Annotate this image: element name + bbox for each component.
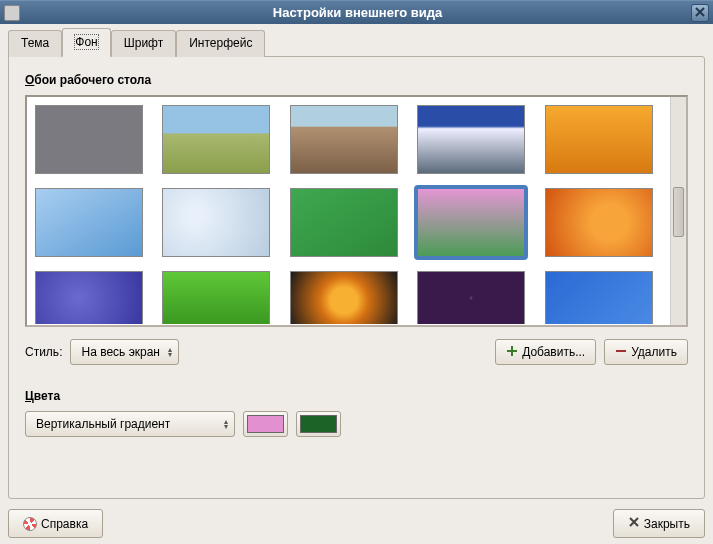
wallpaper-section-label: Обои рабочего стола <box>25 73 688 87</box>
colors-section-label: Цвета <box>25 389 688 403</box>
wallpaper-thumb[interactable] <box>162 271 270 324</box>
scrollbar-thumb[interactable] <box>673 187 684 237</box>
tab-theme[interactable]: Тема <box>8 30 62 57</box>
add-icon <box>506 345 518 360</box>
color-primary-button[interactable] <box>243 411 288 437</box>
wallpaper-list <box>25 95 688 327</box>
tab-background[interactable]: Фон <box>62 28 110 57</box>
style-combo-value: На весь экран <box>81 345 160 359</box>
close-button[interactable]: Закрыть <box>613 509 705 538</box>
tab-bar: Тема Фон Шрифт Интерфейс <box>8 30 705 57</box>
wallpaper-thumb[interactable] <box>417 271 525 324</box>
help-button[interactable]: Справка <box>8 509 103 538</box>
combo-arrows-icon: ▴▾ <box>168 347 172 357</box>
wallpaper-thumb[interactable] <box>545 271 653 324</box>
window-close-button[interactable] <box>691 4 709 22</box>
style-combo[interactable]: На весь экран ▴▾ <box>70 339 179 365</box>
help-button-label: Справка <box>41 517 88 531</box>
wallpaper-thumb[interactable] <box>290 105 398 174</box>
titlebar: Настройки внешнего вида <box>0 0 713 24</box>
remove-button[interactable]: Удалить <box>604 339 688 365</box>
gradient-combo[interactable]: Вертикальный градиент ▴▾ <box>25 411 235 437</box>
gradient-combo-value: Вертикальный градиент <box>36 417 170 431</box>
style-label: Стиль: <box>25 345 62 359</box>
wallpaper-thumb[interactable] <box>290 271 398 324</box>
scrollbar[interactable] <box>670 97 686 325</box>
wallpaper-thumb[interactable] <box>545 105 653 174</box>
tab-panel: Обои рабочего стола Стиль: На весь экран… <box>8 56 705 499</box>
wallpaper-thumb[interactable] <box>35 188 143 257</box>
tab-font[interactable]: Шрифт <box>111 30 176 57</box>
wallpaper-thumb[interactable] <box>290 188 398 257</box>
wallpaper-thumb[interactable] <box>162 188 270 257</box>
wallpaper-thumb[interactable] <box>417 105 525 174</box>
wallpaper-thumb[interactable] <box>545 188 653 257</box>
window-app-icon <box>4 5 20 21</box>
close-icon <box>695 6 705 20</box>
close-icon <box>628 516 640 531</box>
add-button[interactable]: Добавить... <box>495 339 596 365</box>
tab-interface[interactable]: Интерфейс <box>176 30 265 57</box>
color-secondary-button[interactable] <box>296 411 341 437</box>
help-icon <box>23 517 37 531</box>
combo-arrows-icon: ▴▾ <box>224 419 228 429</box>
wallpaper-thumb[interactable] <box>414 185 528 260</box>
window-title: Настройки внешнего вида <box>24 5 691 20</box>
wallpaper-thumb[interactable] <box>35 271 143 324</box>
remove-icon <box>615 345 627 360</box>
wallpaper-thumb[interactable] <box>35 105 143 174</box>
wallpaper-thumb[interactable] <box>162 105 270 174</box>
